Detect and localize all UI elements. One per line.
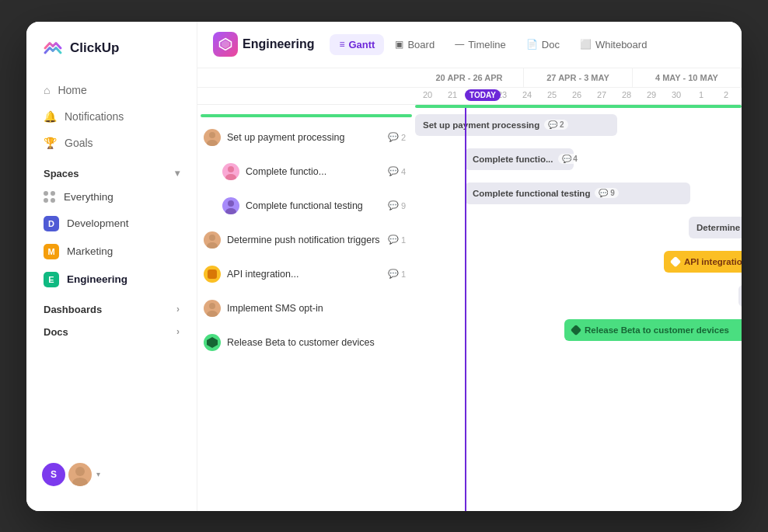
tab-timeline-label: Timeline — [468, 39, 506, 50]
task-avatar-3 — [222, 197, 239, 214]
task-avatar-4 — [204, 231, 221, 249]
nav-home[interactable]: ⌂ Home — [34, 78, 189, 103]
grid-icon — [44, 191, 56, 203]
task-avatar-5 — [204, 266, 221, 283]
svg-point-6 — [228, 166, 234, 172]
doc-icon: 📄 — [526, 39, 538, 50]
space-item-development[interactable]: D Development — [34, 210, 189, 237]
task-label-row-5[interactable]: API integration... 💬 1 — [197, 257, 415, 291]
day-27: 27 — [589, 88, 614, 104]
whiteboard-icon: ⬜ — [580, 39, 592, 50]
task-label-row-4[interactable]: Determine push notification triggers 💬 1 — [197, 223, 415, 257]
gantt-bar-5[interactable]: API integration... ⚙ 1 — [664, 251, 742, 273]
development-badge: D — [44, 216, 59, 231]
task-avatar-1 — [204, 129, 221, 146]
svg-point-0 — [75, 467, 85, 476]
comment-icon-2: 💬 — [388, 166, 399, 176]
home-icon: ⌂ — [44, 84, 50, 96]
task-label-row-1[interactable]: Set up payment processing 💬 2 — [197, 120, 415, 155]
gantt-icon: ≡ — [339, 39, 344, 50]
gantt-bar-3[interactable]: Complete functional testing 💬 9 — [465, 183, 690, 204]
svg-point-14 — [207, 311, 218, 317]
nav-goals-label: Goals — [65, 137, 93, 149]
gantt-grid: Set up payment processing 💬 2 Complete f… — [415, 105, 742, 511]
tab-gantt-label: Gantt — [348, 39, 375, 50]
nav-goals[interactable]: 🏆 Goals — [34, 130, 189, 155]
task-avatar-7 — [204, 334, 221, 351]
svg-marker-15 — [207, 337, 218, 348]
nav-home-label: Home — [58, 84, 86, 96]
comment-icon-4: 💬 — [388, 235, 399, 245]
spaces-header[interactable]: Spaces ▾ — [26, 155, 197, 186]
comment-icon-3: 💬 — [388, 200, 399, 210]
docs-label: Docs — [44, 326, 68, 338]
tab-gantt[interactable]: ≡ Gantt — [330, 34, 384, 55]
gantt-bar-6[interactable]: Implement SMS opt-in — [738, 285, 742, 307]
docs-section[interactable]: Docs › — [26, 320, 197, 342]
space-item-everything[interactable]: Everything — [34, 186, 189, 209]
user-footer[interactable]: S ▾ — [26, 454, 197, 495]
day-24: 24 — [515, 88, 539, 104]
svg-point-9 — [225, 208, 236, 214]
day-30: 30 — [664, 88, 689, 104]
space-everything-label: Everything — [64, 191, 113, 203]
gantt-bar-2[interactable]: Complete functio... 💬 4 — [465, 148, 574, 170]
gantt-area: 20 APR - 26 APR 27 APR - 3 MAY 4 MAY - 1… — [197, 68, 742, 511]
dashboards-section[interactable]: Dashboards › — [26, 293, 197, 320]
bar-label-4: Determine push notification triggers — [696, 223, 742, 232]
svg-point-4 — [209, 132, 215, 138]
bar-comment-3: 💬 9 — [595, 188, 618, 198]
task-labels-column: Set up payment processing 💬 2 Complete f… — [197, 105, 415, 511]
task-comment-2: 💬 4 — [388, 166, 406, 176]
space-item-marketing[interactable]: M Marketing — [34, 238, 189, 265]
task-label-row-7[interactable]: Release Beta to customer devices — [197, 325, 415, 360]
svg-marker-3 — [222, 40, 230, 49]
task-comment-4: 💬 1 — [388, 235, 406, 245]
day-26: 26 — [564, 88, 589, 104]
app-name: ClickUp — [70, 40, 119, 56]
task-comment-count-5: 1 — [401, 269, 406, 279]
svg-point-7 — [225, 174, 236, 180]
project-title: Engineering — [243, 37, 314, 51]
today-line — [465, 105, 466, 511]
release-diamond-icon — [571, 324, 581, 335]
space-item-engineering[interactable]: E Engineering — [34, 266, 189, 293]
space-marketing-label: Marketing — [67, 245, 113, 257]
task-label-5: API integration... — [227, 269, 298, 280]
gantt-bar-7[interactable]: Release Beta to customer devices — [564, 319, 742, 341]
tab-doc[interactable]: 📄 Doc — [517, 34, 569, 55]
avatar-user — [68, 463, 92, 486]
bar-label-3: Complete functional testing — [473, 189, 590, 198]
task-label-row-6[interactable]: Implement SMS opt-in — [197, 291, 415, 325]
day-22: TODAY — [465, 88, 490, 104]
task-comment-5: 💬 1 — [388, 269, 406, 279]
task-label-7: Release Beta to customer devices — [227, 337, 375, 348]
gantt-bar-1[interactable]: Set up payment processing 💬 2 — [415, 114, 617, 136]
trophy-icon: 🏆 — [44, 137, 57, 149]
svg-point-5 — [207, 140, 218, 146]
task-label-row-2[interactable]: Complete functio... 💬 4 — [197, 155, 415, 189]
main-content: Engineering ≡ Gantt ▣ Board — Timeline 📄… — [197, 22, 742, 511]
docs-chevron-icon: › — [176, 326, 180, 337]
comment-icon-1: 💬 — [388, 132, 399, 142]
task-label-row-3[interactable]: Complete functional testing 💬 9 — [197, 189, 415, 223]
date-range-1: 20 APR - 26 APR — [415, 68, 524, 87]
day-1: 1 — [689, 88, 714, 104]
svg-point-1 — [72, 478, 88, 486]
nav-notifications[interactable]: 🔔 Notifications — [34, 104, 189, 129]
today-badge: TODAY — [465, 89, 501, 101]
day-28: 28 — [614, 88, 639, 104]
bell-icon: 🔔 — [44, 110, 57, 123]
day-20: 20 — [415, 88, 440, 104]
tab-board[interactable]: ▣ Board — [386, 34, 444, 55]
task-avatar-6 — [204, 300, 221, 317]
gantt-bar-4[interactable]: Determine push notification triggers 💬 1 — [689, 217, 742, 238]
tab-whiteboard[interactable]: ⬜ Whiteboard — [571, 34, 656, 55]
task-label-4: Determine push notification triggers — [227, 235, 380, 245]
engineering-badge: E — [44, 272, 59, 287]
svg-point-13 — [209, 303, 215, 309]
tab-timeline[interactable]: — Timeline — [445, 34, 515, 55]
project-badge — [213, 32, 238, 57]
main-nav: ⌂ Home 🔔 Notifications 🏆 Goals — [26, 78, 197, 155]
spaces-chevron-icon: ▾ — [175, 168, 180, 179]
